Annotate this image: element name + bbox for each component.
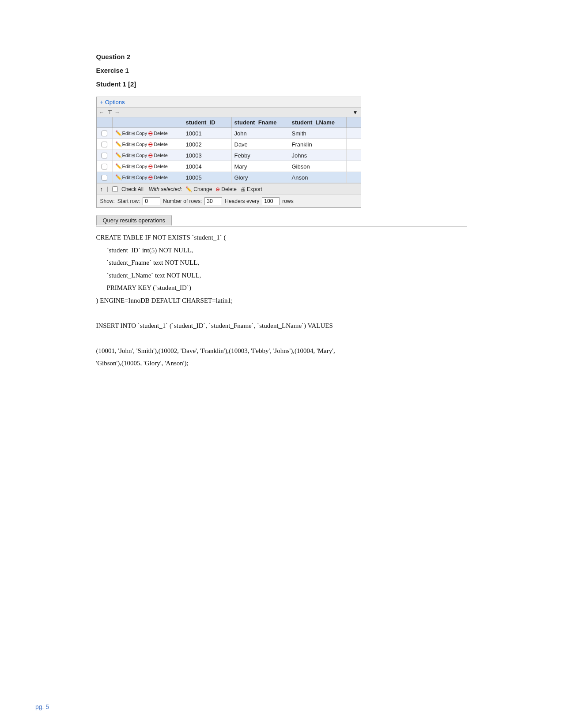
edit-btn-1[interactable]: ✏️ Edit	[115, 130, 131, 136]
change-button[interactable]: ✏️ Change	[185, 186, 212, 192]
edit-btn-4[interactable]: ✏️ Edit	[115, 163, 131, 169]
delete-icon: ⊖	[148, 130, 153, 137]
row-checkbox[interactable]	[97, 172, 113, 183]
sql-line-3: `student_Fname` text NOT NULL,	[107, 256, 467, 269]
row-checkbox[interactable]	[97, 139, 113, 150]
row-checkbox[interactable]	[97, 161, 113, 172]
start-row-input[interactable]	[143, 197, 160, 205]
edit-btn-3[interactable]: ✏️ Edit	[115, 152, 131, 158]
delete-icon: ⊖	[148, 174, 153, 181]
edit-btn-5[interactable]: ✏️ Edit	[115, 174, 131, 180]
up-arrow-icon: ↑	[100, 186, 103, 192]
copy-icon: ⊞	[131, 142, 135, 147]
table-row: ✏️ Edit ⊞ Copy ⊖ Delete 10001 John Smith	[97, 128, 361, 139]
toolbar-nav-row: ← ⊤ → ▼	[97, 108, 361, 117]
cell-id-4: 10004	[183, 161, 232, 172]
table-row: ✏️ Edit ⊞ Copy ⊖ Delete 10004 Mary Gibso…	[97, 161, 361, 172]
checkbox-3[interactable]	[102, 153, 107, 158]
num-rows-label: Number of rows:	[163, 198, 202, 204]
cell-lname-5: Anson	[289, 172, 347, 183]
copy-btn-5[interactable]: ⊞ Copy	[131, 175, 147, 180]
sql-line-6: ) ENGINE=InnoDB DEFAULT CHARSET=latin1;	[96, 294, 467, 307]
delete-btn-2[interactable]: ⊖ Delete	[148, 141, 168, 148]
nav-sort-icon[interactable]: ⊤	[107, 109, 112, 116]
show-label: Show:	[100, 198, 115, 204]
table-row: ✏️ Edit ⊞ Copy ⊖ Delete 10005 Glory Anso…	[97, 172, 361, 183]
query-results-bar: Query results operations	[96, 212, 467, 227]
nav-back-arrow[interactable]: ←	[99, 109, 105, 116]
exercise-heading: Exercise 1	[96, 67, 467, 74]
table-row: ✏️ Edit ⊞ Copy ⊖ Delete 10002 Dave Frank…	[97, 139, 361, 150]
sql-line-9: 'Gibson'),(10005, 'Glory', 'Anson');	[96, 357, 467, 370]
delete-btn-4[interactable]: ⊖ Delete	[148, 163, 168, 170]
copy-btn-2[interactable]: ⊞ Copy	[131, 142, 147, 147]
delete-selected-label: Delete	[221, 186, 237, 192]
num-rows-input[interactable]	[204, 197, 222, 205]
headers-value-input[interactable]	[262, 197, 280, 205]
delete-icon: ⊖	[148, 163, 153, 170]
show-row: Show: Start row: Number of rows: Headers…	[97, 195, 361, 207]
row-actions-3: ✏️ Edit ⊞ Copy ⊖ Delete	[113, 150, 183, 161]
cell-fname-1: John	[232, 128, 289, 139]
copy-icon: ⊞	[131, 131, 135, 136]
row-actions-5: ✏️ Edit ⊞ Copy ⊖ Delete	[113, 172, 183, 183]
delete-icon: ⊖	[148, 152, 153, 159]
row-actions-2: ✏️ Edit ⊞ Copy ⊖ Delete	[113, 139, 183, 150]
sql-line-1: CREATE TABLE IF NOT EXISTS `student_1` (	[96, 231, 467, 244]
cell-id-3: 10003	[183, 150, 232, 161]
edit-btn-2[interactable]: ✏️ Edit	[115, 141, 131, 147]
cell-lname-1: Smith	[289, 128, 347, 139]
checkbox-2[interactable]	[102, 142, 107, 147]
cell-lname-4: Gibson	[289, 161, 347, 172]
page-footer: pg. 5	[35, 703, 49, 710]
query-results-btn[interactable]: Query results operations	[96, 215, 172, 225]
cell-fname-3: Febby	[232, 150, 289, 161]
check-all-label: Check All	[121, 186, 144, 192]
copy-btn-3[interactable]: ⊞ Copy	[131, 153, 147, 158]
checkbox-4[interactable]	[102, 164, 107, 169]
col-header-student-id: student_ID	[183, 117, 232, 128]
options-bar[interactable]: + Options	[97, 97, 361, 108]
sql-line-7: INSERT INTO `student_1` (`student_ID`, `…	[96, 319, 467, 332]
cell-lname-3: Johns	[289, 150, 347, 161]
sql-line-8: (10001, 'John', 'Smith'),(10002, 'Dave',…	[96, 345, 467, 357]
delete-btn-5[interactable]: ⊖ Delete	[148, 174, 168, 181]
export-button[interactable]: 🖨 Export	[240, 186, 262, 192]
nav-forward-arrow[interactable]: →	[115, 109, 120, 116]
footer-divider	[107, 187, 108, 192]
check-all-checkbox[interactable]	[112, 186, 118, 192]
rows-label: rows	[282, 198, 293, 204]
table-footer-row: ↑ Check All With selected: ✏️ Change ⊖ D…	[97, 183, 361, 195]
cell-lname-2: Franklin	[289, 139, 347, 150]
col-header-student-lname: student_LName	[289, 117, 347, 128]
checkbox-1[interactable]	[102, 131, 107, 136]
delete-selected-button[interactable]: ⊖ Delete	[215, 186, 237, 192]
col-header-actions	[113, 117, 183, 128]
copy-btn-4[interactable]: ⊞ Copy	[131, 164, 147, 169]
phpmyadmin-table-widget: + Options ← ⊤ → ▼ student_ID student_Fna…	[96, 97, 361, 208]
col-header-checkbox	[97, 117, 113, 128]
cell-fname-2: Dave	[232, 139, 289, 150]
cell-id-2: 10002	[183, 139, 232, 150]
sort-dropdown-icon[interactable]: ▼	[353, 109, 358, 116]
pencil-icon: ✏️	[115, 163, 122, 169]
copy-icon: ⊞	[131, 175, 135, 180]
checkbox-5[interactable]	[102, 175, 107, 180]
pencil-icon: ✏️	[115, 174, 122, 180]
change-label: Change	[193, 186, 212, 192]
copy-icon: ⊞	[131, 164, 135, 169]
delete-btn-3[interactable]: ⊖ Delete	[148, 152, 168, 159]
sql-line-2: `student_ID` int(5) NOT NULL,	[107, 244, 467, 257]
table-column-headers: student_ID student_Fname student_LName	[97, 117, 361, 128]
start-row-label: Start row:	[117, 198, 140, 204]
delete-btn-1[interactable]: ⊖ Delete	[148, 130, 168, 137]
row-checkbox[interactable]	[97, 128, 113, 139]
row-actions-4: ✏️ Edit ⊞ Copy ⊖ Delete	[113, 161, 183, 172]
change-pencil-icon: ✏️	[185, 186, 192, 192]
cell-fname-5: Glory	[232, 172, 289, 183]
question-heading: Question 2	[96, 53, 467, 60]
cell-id-5: 10005	[183, 172, 232, 183]
copy-btn-1[interactable]: ⊞ Copy	[131, 131, 147, 136]
delete-circle-icon: ⊖	[215, 186, 220, 192]
row-checkbox[interactable]	[97, 150, 113, 161]
